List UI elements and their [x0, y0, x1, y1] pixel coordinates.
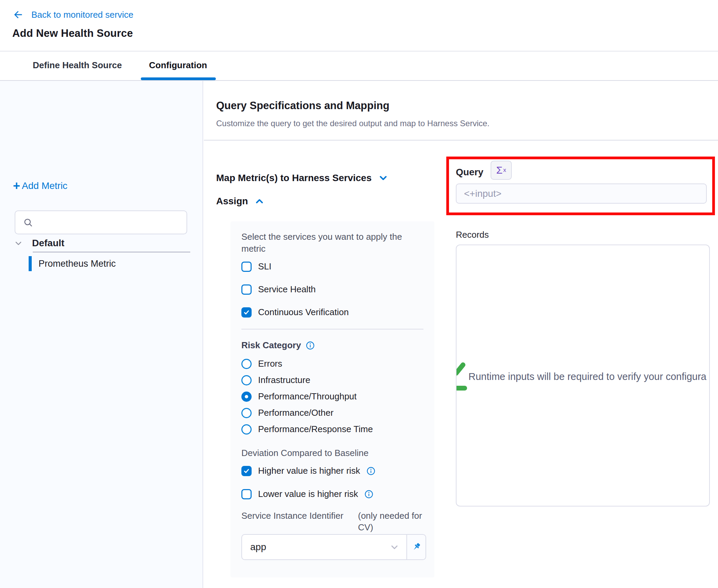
tab-configuration[interactable]: Configuration — [149, 60, 207, 71]
radio-label[interactable]: Performance/Other — [258, 408, 333, 418]
divider — [204, 140, 718, 141]
add-health-source-page: Back to monitored service Add New Health… — [0, 0, 718, 588]
divider — [33, 252, 190, 252]
checkbox-label[interactable]: Higher value is higher risk — [258, 466, 360, 476]
service-instance-field: app — [241, 534, 426, 560]
active-tab-underline — [141, 77, 216, 80]
service-option-sli[interactable]: SLI — [241, 261, 271, 272]
deviation-label: Deviation Compared to Baseline — [241, 448, 369, 458]
records-message: Runtime inputs will be required to verif… — [468, 371, 706, 382]
service-option-continuous-verification[interactable]: Continuous Verification — [241, 307, 349, 318]
records-panel: Runtime inputs will be required to verif… — [456, 245, 710, 506]
assign-label: Assign — [216, 196, 248, 207]
chevron-down-icon — [14, 238, 23, 248]
checkbox-label[interactable]: SLI — [258, 261, 271, 272]
service-instance-value: app — [250, 542, 266, 553]
risk-category-header: Risk Category — [241, 340, 315, 351]
radio-label[interactable]: Errors — [258, 358, 282, 369]
radio-label[interactable]: Performance/Throughput — [258, 391, 357, 402]
section-title: Query Specifications and Mapping — [216, 100, 389, 112]
section-subtitle: Customize the query to get the desired o… — [216, 119, 490, 128]
service-option-service-health[interactable]: Service Health — [241, 284, 316, 295]
checkbox[interactable] — [241, 284, 252, 295]
map-metrics-label: Map Metric(s) to Harness Services — [216, 173, 372, 183]
chevron-down-icon — [389, 542, 400, 552]
records-label: Records — [456, 230, 489, 240]
checkbox[interactable] — [241, 262, 252, 272]
query-input-placeholder: <+input> — [464, 188, 502, 199]
sidebar: + Add Metric Default Prometheus Metric — [0, 81, 203, 588]
metric-search — [15, 210, 187, 234]
services-prompt: Select the services you want to apply th… — [241, 231, 412, 255]
search-icon — [23, 217, 33, 227]
add-metric-button[interactable]: + Add Metric — [13, 180, 68, 191]
risk-option-performance-response-time[interactable]: Performance/Response Time — [241, 424, 373, 435]
deviation-option-lower[interactable]: Lower value is higher risk — [241, 489, 373, 499]
info-icon[interactable] — [367, 467, 375, 475]
radio-button[interactable] — [241, 375, 252, 385]
back-arrow-icon — [12, 9, 24, 20]
query-input[interactable]: <+input> — [456, 183, 707, 204]
checkbox-label[interactable]: Service Health — [258, 284, 316, 295]
radio-button[interactable] — [241, 424, 252, 435]
service-instance-label: Service Instance Identifier — [241, 510, 344, 521]
sigma-icon: Σ — [496, 164, 503, 176]
check-icon — [243, 468, 250, 474]
service-instance-note: (only needed for CV) — [358, 510, 436, 533]
chevron-down-icon — [378, 173, 389, 183]
risk-option-infrastructure[interactable]: Infrastructure — [241, 375, 310, 385]
checkbox-label[interactable]: Lower value is higher risk — [258, 489, 358, 499]
checkbox[interactable] — [241, 307, 252, 318]
risk-category-label: Risk Category — [241, 340, 301, 351]
risk-option-errors[interactable]: Errors — [241, 358, 282, 369]
sigma-superscript: x — [503, 167, 506, 174]
checkbox[interactable] — [241, 466, 252, 476]
checkbox-label[interactable]: Continuous Verification — [258, 307, 349, 318]
selected-indicator-bar — [29, 256, 32, 271]
runtime-input-icon — [456, 386, 467, 391]
sidebar-item-prometheus-metric[interactable]: Prometheus Metric — [29, 256, 116, 271]
radio-button[interactable] — [241, 392, 252, 402]
info-icon[interactable] — [306, 341, 315, 350]
chevron-up-icon — [254, 196, 265, 207]
deviation-option-higher[interactable]: Higher value is higher risk — [241, 466, 375, 476]
radio-button[interactable] — [241, 408, 252, 418]
risk-option-performance-other[interactable]: Performance/Other — [241, 408, 333, 418]
metric-search-input[interactable] — [38, 217, 181, 228]
metric-item-label: Prometheus Metric — [39, 259, 116, 269]
plus-icon: + — [13, 181, 20, 191]
divider — [241, 329, 423, 329]
back-link[interactable]: Back to monitored service — [12, 9, 133, 20]
runtime-input-icon — [456, 362, 466, 377]
info-icon[interactable] — [364, 490, 373, 499]
assign-section-toggle[interactable]: Assign — [216, 196, 265, 207]
map-metrics-section-toggle[interactable]: Map Metric(s) to Harness Services — [216, 173, 389, 183]
radio-button[interactable] — [241, 359, 252, 369]
page-title: Add New Health Source — [12, 27, 133, 40]
assign-panel: Select the services you want to apply th… — [230, 221, 434, 577]
divider — [0, 51, 718, 52]
pin-icon — [411, 542, 422, 553]
radio-label[interactable]: Performance/Response Time — [258, 424, 373, 435]
expression-builder-button[interactable]: Σx — [491, 161, 512, 180]
add-metric-label: Add Metric — [22, 180, 68, 191]
pin-fixed-value-button[interactable] — [407, 534, 426, 560]
tab-define-health-source[interactable]: Define Health Source — [33, 60, 122, 71]
query-label: Query — [456, 167, 483, 178]
risk-option-performance-throughput[interactable]: Performance/Throughput — [241, 391, 357, 402]
sidebar-group-label: Default — [32, 238, 64, 249]
radio-label[interactable]: Infrastructure — [258, 375, 310, 385]
back-link-label: Back to monitored service — [31, 10, 133, 20]
checkbox[interactable] — [241, 489, 252, 499]
check-icon — [243, 309, 250, 316]
sidebar-group-default[interactable]: Default — [14, 238, 64, 249]
service-instance-select[interactable]: app — [241, 534, 407, 560]
